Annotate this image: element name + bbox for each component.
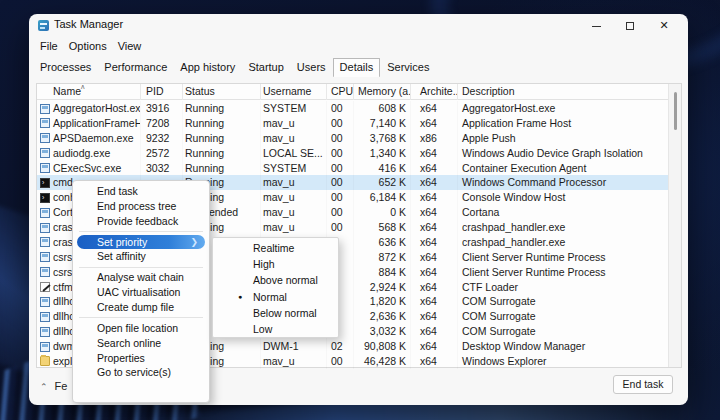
tab-details[interactable]: Details — [333, 58, 381, 77]
cell-status: Running — [183, 131, 261, 146]
column-header-status[interactable]: Status — [183, 84, 261, 100]
maximize-icon — [626, 22, 634, 30]
window-title: Task Manager — [54, 18, 123, 30]
context-menu-item-open-file-location[interactable]: Open file location — [73, 321, 209, 336]
menu-view[interactable]: View — [118, 36, 142, 56]
cell-description: Windows Audio Device Graph Isolation — [458, 146, 669, 161]
app-icon — [40, 252, 50, 262]
cell-memory: 3,032 K — [354, 324, 411, 339]
table-row[interactable]: CExecSvc.exe3032RunningSYSTEM00416 Kx64C… — [37, 161, 669, 176]
cell-name: CExecSvc.exe — [37, 161, 141, 176]
cell-cpu: 00 — [327, 146, 354, 161]
tab-processes[interactable]: Processes — [34, 59, 97, 75]
app-icon — [40, 104, 50, 114]
cell-username: mav_u — [261, 131, 327, 146]
priority-option-label: Realtime — [253, 242, 294, 254]
cell-description: Console Window Host — [458, 190, 669, 205]
table-row[interactable]: APSDaemon.exe9232Runningmav_u003,768 Kx8… — [37, 131, 669, 146]
app-icon — [40, 312, 50, 322]
app-icon — [40, 267, 50, 277]
priority-option-high[interactable]: High — [213, 256, 338, 272]
cell-arch: x64 — [411, 280, 458, 295]
priority-option-label: Normal — [253, 291, 287, 303]
priority-option-label: Below normal — [253, 307, 317, 319]
priority-option-below-normal[interactable]: Below normal — [213, 305, 338, 321]
cell-username: mav_u — [261, 190, 327, 205]
cell-username: DWM-1 — [261, 339, 327, 354]
cell-arch: x64 — [411, 265, 458, 280]
cell-memory: 90,808 K — [354, 339, 411, 354]
tab-performance[interactable]: Performance — [98, 59, 173, 75]
column-header-archite[interactable]: Archite... — [411, 84, 458, 100]
end-task-button[interactable]: End task — [613, 375, 673, 394]
table-row[interactable]: AggregatorHost.exe3916RunningSYSTEM00608… — [37, 101, 669, 116]
tab-services[interactable]: Services — [381, 59, 435, 75]
context-menu-item-analyse-wait-chain[interactable]: Analyse wait chain — [73, 270, 209, 285]
cell-arch: x64 — [411, 175, 458, 190]
process-name: ApplicationFrameHo... — [53, 117, 141, 129]
cell-pid: 9232 — [141, 131, 183, 146]
cell-arch: x64 — [411, 101, 458, 116]
maximize-button[interactable] — [614, 14, 646, 36]
context-menu-item-properties[interactable]: Properties — [73, 351, 209, 366]
cell-description: crashpad_handler.exe — [458, 235, 669, 250]
context-menu-item-set-affinity[interactable]: Set affinity — [73, 249, 209, 264]
close-button[interactable]: ✕ — [648, 14, 680, 36]
process-name: Cort — [53, 206, 73, 218]
column-header-name[interactable]: Name — [37, 84, 141, 100]
cell-memory: 2,924 K — [354, 280, 411, 295]
vertical-scrollbar[interactable] — [668, 84, 681, 367]
menu-file[interactable]: File — [40, 36, 58, 56]
fewer-details-label: Fe — [55, 380, 68, 392]
cell-arch: x64 — [411, 161, 458, 176]
priority-submenu: RealtimeHighAbove normal●NormalBelow nor… — [212, 237, 339, 338]
cell-description: COM Surrogate — [458, 324, 669, 339]
context-menu-item-create-dump-file[interactable]: Create dump file — [73, 300, 209, 315]
table-row[interactable]: ApplicationFrameHo...7208Runningmav_u007… — [37, 116, 669, 131]
priority-option-above-normal[interactable]: Above normal — [213, 272, 338, 288]
cell-description: COM Surrogate — [458, 309, 669, 324]
cell-arch: x64 — [411, 190, 458, 205]
cell-cpu: 00 — [327, 161, 354, 176]
context-menu-item-set-priority[interactable]: Set priority❯ — [77, 235, 205, 250]
cell-arch: x64 — [411, 294, 458, 309]
cell-memory: 1,340 K — [354, 146, 411, 161]
minimize-button[interactable] — [580, 14, 612, 36]
priority-option-normal[interactable]: ●Normal — [213, 289, 338, 305]
cell-username: LOCAL SE... — [261, 146, 327, 161]
context-menu-item-end-process-tree[interactable]: End process tree — [73, 199, 209, 214]
menu-separator — [79, 267, 203, 268]
context-menu-item-end-task[interactable]: End task — [73, 184, 209, 199]
table-row[interactable]: audiodg.exe2572RunningLOCAL SE...001,340… — [37, 146, 669, 161]
priority-option-low[interactable]: Low — [213, 321, 338, 337]
menu-separator — [79, 231, 203, 232]
cell-name: APSDaemon.exe — [37, 131, 141, 146]
cell-description: Windows Command Processor — [458, 175, 669, 190]
column-header-description[interactable]: Description — [458, 84, 669, 100]
cell-memory: 3,768 K — [354, 131, 411, 146]
cell-memory: 636 K — [354, 235, 411, 250]
cell-memory: 1,820 K — [354, 294, 411, 309]
column-header-pid[interactable]: PID — [141, 84, 183, 100]
scrollbar-thumb[interactable] — [674, 92, 677, 130]
column-header-memory-a[interactable]: Memory (a... — [354, 84, 411, 100]
selected-bullet-icon: ● — [238, 289, 242, 305]
menu-options[interactable]: Options — [69, 36, 107, 56]
context-menu-item-provide-feedback[interactable]: Provide feedback — [73, 214, 209, 229]
cell-arch: x64 — [411, 354, 458, 369]
context-menu-item-go-to-service-s[interactable]: Go to service(s) — [73, 365, 209, 380]
cell-description: Container Execution Agent — [458, 161, 669, 176]
cell-description: COM Surrogate — [458, 294, 669, 309]
cell-memory: 568 K — [354, 220, 411, 235]
menu-separator — [79, 317, 203, 318]
context-menu-item-search-online[interactable]: Search online — [73, 336, 209, 351]
context-menu-item-uac-virtualisation[interactable]: UAC virtualisation — [73, 285, 209, 300]
tab-startup[interactable]: Startup — [242, 59, 289, 75]
fewer-details-toggle[interactable]: ⌃Fe — [40, 380, 67, 392]
cell-pid: 2572 — [141, 146, 183, 161]
tab-users[interactable]: Users — [291, 59, 332, 75]
column-header-username[interactable]: Username — [261, 84, 327, 100]
column-header-cpu[interactable]: CPU — [327, 84, 354, 100]
tab-app-history[interactable]: App history — [174, 59, 241, 75]
priority-option-realtime[interactable]: Realtime — [213, 240, 338, 256]
